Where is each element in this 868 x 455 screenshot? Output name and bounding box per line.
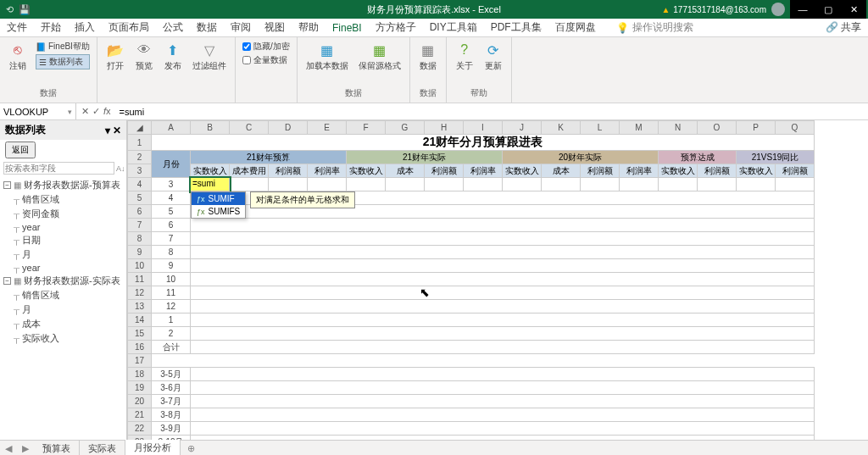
col-header[interactable]: D bbox=[269, 121, 308, 135]
row-header[interactable]: 13 bbox=[128, 300, 152, 314]
cell[interactable]: 10 bbox=[152, 273, 191, 286]
row-header[interactable]: 19 bbox=[128, 381, 152, 395]
cell[interactable]: 成本 bbox=[542, 164, 581, 178]
cell[interactable]: 合计 bbox=[152, 341, 191, 354]
col-header[interactable]: N bbox=[659, 121, 698, 135]
cell[interactable]: 利润额 bbox=[698, 164, 737, 178]
cell[interactable]: 7 bbox=[152, 232, 191, 246]
save-icon[interactable]: 💾 bbox=[19, 3, 31, 15]
cell[interactable] bbox=[269, 178, 308, 191]
cell[interactable]: 9 bbox=[152, 259, 191, 273]
load-data-button[interactable]: ▦加载本数据 bbox=[303, 39, 352, 74]
col-header[interactable]: B bbox=[191, 121, 230, 135]
col-header[interactable]: J bbox=[503, 121, 542, 135]
cell[interactable] bbox=[191, 219, 815, 232]
cell[interactable]: 3-7月 bbox=[152, 395, 191, 408]
cell[interactable]: 21VS19同比 bbox=[737, 151, 815, 164]
cell[interactable] bbox=[542, 178, 581, 191]
col-header[interactable]: H bbox=[425, 121, 464, 135]
cell[interactable] bbox=[581, 178, 620, 191]
enter-formula-button[interactable]: ✓ bbox=[92, 106, 100, 117]
row-header[interactable]: 22 bbox=[128, 422, 152, 436]
cell[interactable] bbox=[191, 327, 815, 341]
logout-button[interactable]: ⎋注销 bbox=[5, 39, 31, 74]
col-header[interactable]: K bbox=[542, 121, 581, 135]
cell[interactable] bbox=[191, 368, 815, 381]
cell[interactable]: 11 bbox=[152, 286, 191, 300]
menu-insert[interactable]: 插入 bbox=[68, 19, 102, 36]
row-header[interactable]: 23 bbox=[128, 436, 152, 441]
tree-field[interactable]: ┬销售区域 bbox=[3, 288, 123, 302]
row-header[interactable]: 14 bbox=[128, 314, 152, 327]
cell[interactable]: 3-8月 bbox=[152, 408, 191, 422]
row-header[interactable]: 15 bbox=[128, 327, 152, 341]
cell[interactable] bbox=[464, 178, 503, 191]
hide-encrypt-check[interactable]: 隐藏/加密 bbox=[242, 41, 290, 53]
tree-field[interactable]: ┬成本 bbox=[3, 317, 123, 331]
maximize-button[interactable]: ▢ bbox=[815, 0, 841, 19]
row-header[interactable]: 10 bbox=[128, 259, 152, 273]
select-all[interactable]: ◢ bbox=[128, 121, 152, 135]
cell[interactable] bbox=[737, 178, 776, 191]
tree-field[interactable]: ┬year bbox=[3, 221, 123, 233]
menu-help[interactable]: 帮助 bbox=[292, 19, 326, 36]
full-data-check[interactable]: 全量数据 bbox=[242, 54, 290, 66]
formula-input[interactable]: =sumi bbox=[116, 107, 868, 117]
cell[interactable] bbox=[230, 178, 269, 191]
menu-view[interactable]: 视图 bbox=[258, 19, 292, 36]
intellisense-item[interactable]: ƒxSUMIFS bbox=[192, 205, 245, 218]
cell[interactable]: 利润率 bbox=[620, 164, 659, 178]
row-header[interactable]: 9 bbox=[128, 246, 152, 259]
col-header[interactable]: M bbox=[620, 121, 659, 135]
sheet-tab[interactable]: 月报分析 bbox=[125, 440, 181, 455]
cell[interactable]: 利润额 bbox=[581, 164, 620, 178]
col-header[interactable]: E bbox=[308, 121, 347, 135]
menu-finebi[interactable]: FineBI bbox=[326, 19, 369, 36]
row-header[interactable]: 17 bbox=[128, 354, 152, 368]
tab-nav-prev[interactable]: ◀ bbox=[0, 443, 17, 454]
cell[interactable]: 利润额 bbox=[776, 164, 815, 178]
about-button[interactable]: ?关于 bbox=[452, 39, 477, 74]
row-header[interactable]: 18 bbox=[128, 368, 152, 381]
tell-me-search[interactable]: 💡操作说明搜索 bbox=[616, 20, 693, 35]
cancel-formula-button[interactable]: ✕ bbox=[81, 106, 89, 117]
cell[interactable] bbox=[191, 436, 815, 441]
open-button[interactable]: 📂打开 bbox=[103, 39, 128, 74]
row-header[interactable]: 1 bbox=[128, 135, 152, 151]
menu-diy[interactable]: DIY工具箱 bbox=[423, 19, 484, 36]
data-list-toggle[interactable]: ☰ 数据列表 bbox=[36, 54, 90, 69]
cell[interactable] bbox=[698, 178, 737, 191]
cell[interactable] bbox=[776, 178, 815, 191]
col-header[interactable]: I bbox=[464, 121, 503, 135]
tree-node[interactable]: −▦财务报表数据源-实际表 bbox=[3, 274, 123, 288]
sort-icon[interactable]: A↓ bbox=[116, 164, 125, 173]
sheet-tab[interactable]: 预算表 bbox=[34, 441, 80, 455]
intellisense-item[interactable]: ƒxSUMIF bbox=[192, 192, 245, 205]
cell[interactable] bbox=[659, 178, 698, 191]
cell[interactable]: 8 bbox=[152, 246, 191, 259]
col-header[interactable]: A bbox=[152, 121, 191, 135]
keep-format-button[interactable]: ▦保留源格式 bbox=[355, 39, 404, 74]
row-header[interactable]: 3 bbox=[128, 164, 152, 178]
cell[interactable]: 预算达成 bbox=[659, 151, 737, 164]
menu-review[interactable]: 审阅 bbox=[224, 19, 258, 36]
cell[interactable] bbox=[191, 341, 815, 354]
panel-search-input[interactable] bbox=[3, 162, 114, 175]
data-button[interactable]: ▦数据 bbox=[415, 39, 441, 74]
cell[interactable]: 3-5月 bbox=[152, 368, 191, 381]
row-header[interactable]: 21 bbox=[128, 408, 152, 422]
user-email[interactable]: 17715317184@163.com bbox=[661, 5, 766, 14]
cell[interactable]: 成本费用 bbox=[230, 164, 269, 178]
col-header[interactable]: F bbox=[347, 121, 386, 135]
col-header[interactable]: P bbox=[737, 121, 776, 135]
cell[interactable] bbox=[191, 286, 815, 300]
cell[interactable] bbox=[191, 232, 815, 246]
menu-pdf[interactable]: PDF工具集 bbox=[484, 19, 548, 36]
cell[interactable]: 3-10月 bbox=[152, 436, 191, 441]
cell[interactable]: 成本 bbox=[386, 164, 425, 178]
row-header[interactable]: 5 bbox=[128, 191, 152, 205]
col-header[interactable]: O bbox=[698, 121, 737, 135]
cell[interactable]: 实数收入 bbox=[737, 164, 776, 178]
menu-data[interactable]: 数据 bbox=[190, 19, 224, 36]
menu-ffgz[interactable]: 方方格子 bbox=[369, 19, 423, 36]
